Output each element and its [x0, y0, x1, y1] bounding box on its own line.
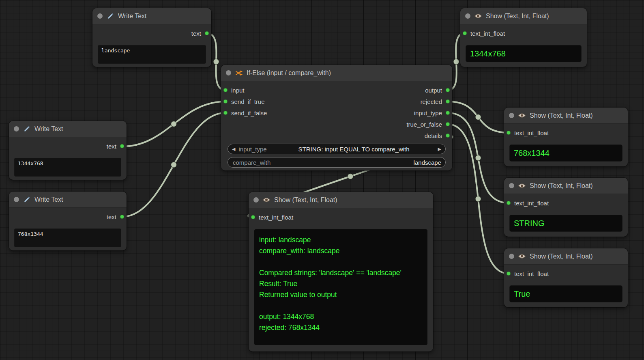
link-midpoint-dot[interactable]	[171, 121, 177, 127]
node-show-details[interactable]: Show (Text, Int, Float) text_int_float i…	[249, 192, 433, 351]
node-header[interactable]: Show (Text, Int, Float)	[504, 248, 628, 265]
port-row: text	[9, 211, 127, 222]
port-row: text	[9, 140, 127, 152]
port-label: input	[231, 87, 245, 94]
eye-icon	[518, 182, 526, 190]
input-port-send-if-true[interactable]	[223, 99, 228, 103]
link-midpoint-dot[interactable]	[475, 155, 481, 161]
compare-with-text-widget[interactable]: compare_with landscape	[228, 157, 446, 168]
port-row: details	[313, 130, 452, 141]
node-show-4[interactable]: Show (Text, Int, Float) text_int_float T…	[504, 248, 628, 307]
collapse-toggle-icon[interactable]	[509, 113, 514, 118]
output-port-output[interactable]	[446, 88, 450, 92]
text-widget[interactable]: 1344x768	[15, 158, 121, 176]
node-title: If-Else (input / compare_with)	[247, 69, 331, 77]
eye-icon	[262, 196, 270, 204]
port-row: text_int_float	[504, 268, 628, 279]
node-write-text-2[interactable]: Write Text text 1344x768	[9, 121, 127, 180]
show-value-display: True	[510, 286, 622, 302]
output-port-text[interactable]	[205, 31, 209, 35]
collapse-toggle-icon[interactable]	[14, 126, 19, 131]
input-port-text-int-float[interactable]	[507, 201, 511, 205]
collapse-toggle-icon[interactable]	[226, 70, 231, 75]
node-header[interactable]: Show (Text, Int, Float)	[504, 108, 628, 124]
node-show-3[interactable]: Show (Text, Int, Float) text_int_float S…	[504, 178, 628, 237]
port-label: input_type	[414, 110, 442, 116]
show-value-display: 768x1344	[510, 145, 622, 161]
link-midpoint-dot[interactable]	[171, 162, 177, 168]
show-value-display: 1344x768	[466, 45, 581, 62]
port-label: rejected	[421, 98, 442, 105]
pen-icon	[106, 12, 114, 20]
text-widget[interactable]: landscape	[98, 45, 206, 63]
node-header[interactable]: Write Text	[92, 8, 211, 24]
node-title: Show (Text, Int, Float)	[274, 196, 337, 204]
port-label: text	[107, 213, 116, 220]
shuffle-icon	[235, 69, 243, 77]
node-show-2[interactable]: Show (Text, Int, Float) text_int_float 7…	[504, 108, 628, 166]
collapse-toggle-icon[interactable]	[14, 197, 19, 202]
node-title: Show (Text, Int, Float)	[530, 112, 593, 119]
port-label: true_or_false	[406, 121, 442, 128]
port-label: send_if_false	[231, 110, 267, 116]
link-midpoint-dot[interactable]	[475, 114, 481, 120]
combo-label: input_type	[238, 146, 266, 153]
node-header[interactable]: Write Text	[9, 192, 127, 208]
collapse-toggle-icon[interactable]	[509, 183, 514, 188]
collapse-toggle-icon[interactable]	[253, 197, 259, 203]
node-title: Show (Text, Int, Float)	[486, 13, 549, 20]
node-show-1[interactable]: Show (Text, Int, Float) text_int_float 1…	[460, 8, 587, 67]
combo-prev-arrow-icon[interactable]: ◀	[232, 147, 235, 152]
port-row: true_or_false	[313, 119, 452, 130]
output-port-rejected[interactable]	[446, 99, 450, 103]
input-port-text-int-float[interactable]	[463, 31, 467, 35]
output-port-true-or-false[interactable]	[446, 122, 450, 126]
node-title: Write Text	[34, 196, 63, 203]
port-row: output	[313, 84, 452, 96]
input-port-send-if-false[interactable]	[223, 111, 228, 115]
port-label: output	[425, 87, 442, 94]
output-port-text[interactable]	[120, 144, 124, 148]
collapse-toggle-icon[interactable]	[465, 13, 470, 19]
combo-next-arrow-icon[interactable]: ▶	[438, 147, 441, 152]
output-port-text[interactable]	[120, 215, 124, 219]
port-label: text	[107, 143, 116, 150]
node-graph-canvas[interactable]: Write Text text landscape Write Text te	[0, 0, 644, 360]
pen-icon	[23, 125, 31, 133]
port-row: rejected	[313, 96, 452, 107]
output-port-input-type[interactable]	[446, 111, 450, 115]
input-port-input[interactable]	[223, 88, 228, 92]
node-header[interactable]: Show (Text, Int, Float)	[460, 8, 587, 24]
port-label: text_int_float	[259, 214, 293, 221]
show-value-display: STRING	[510, 215, 622, 231]
link-midpoint-dot[interactable]	[348, 174, 353, 179]
port-label: text	[191, 30, 201, 37]
link-midpoint-dot[interactable]	[475, 196, 481, 202]
node-header[interactable]: If-Else (input / compare_with)	[221, 65, 452, 81]
port-label: send_if_true	[231, 98, 265, 105]
node-header[interactable]: Show (Text, Int, Float)	[504, 178, 628, 194]
collapse-toggle-icon[interactable]	[97, 13, 103, 19]
node-if-else[interactable]: If-Else (input / compare_with) input sen…	[221, 65, 452, 170]
node-write-text-1[interactable]: Write Text text landscape	[92, 8, 211, 67]
link-midpoint-dot[interactable]	[453, 59, 459, 65]
port-label: text_int_float	[514, 270, 549, 277]
input-port-text-int-float[interactable]	[507, 272, 511, 276]
eye-icon	[518, 252, 526, 261]
node-header[interactable]: Write Text	[9, 121, 127, 137]
port-row: text_int_float	[460, 28, 587, 39]
output-port-details[interactable]	[446, 134, 450, 138]
text-widget[interactable]: 768x1344	[15, 229, 121, 247]
input-type-combo-widget[interactable]: ◀ input_type STRING: input EQUAL TO comp…	[228, 144, 446, 154]
node-title: Show (Text, Int, Float)	[530, 182, 593, 190]
input-port-text-int-float[interactable]	[251, 215, 255, 219]
node-write-text-3[interactable]: Write Text text 768x1344	[9, 192, 127, 250]
collapse-toggle-icon[interactable]	[509, 254, 514, 259]
port-label: text_int_float	[514, 200, 549, 207]
node-title: Show (Text, Int, Float)	[530, 253, 593, 260]
node-header[interactable]: Show (Text, Int, Float)	[249, 192, 433, 208]
eye-icon	[474, 12, 482, 20]
port-label: text_int_float	[514, 129, 549, 136]
input-port-text-int-float[interactable]	[507, 131, 511, 135]
link-midpoint-dot[interactable]	[213, 59, 219, 65]
